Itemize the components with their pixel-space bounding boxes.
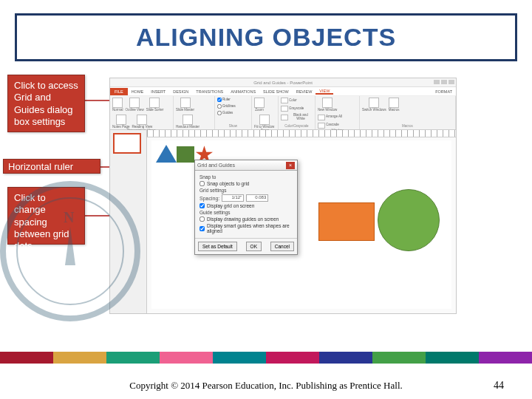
horizontal-ruler — [147, 130, 456, 137]
ribbon-group-show: Ruler Gridlines Guides Show — [215, 96, 252, 129]
btn-reading[interactable]: Reading View — [132, 115, 153, 129]
ribbon-body: Normal Outline View Slide Sorter Notes P… — [110, 96, 456, 130]
tab-format[interactable]: FORMAT — [432, 89, 456, 94]
color-stripe — [0, 352, 532, 364]
btn-sorter[interactable]: Slide Sorter — [146, 98, 164, 112]
app-window-title: Grid and Guides - PowerPoint — [253, 81, 313, 85]
shape-circle[interactable] — [378, 189, 440, 251]
btn-handout-master[interactable]: Handout Master — [176, 115, 200, 129]
footer: Copyright © 2014 Pearson Education, Inc.… — [0, 372, 532, 399]
chk-snap-to-grid[interactable]: Snap objects to grid — [200, 181, 293, 186]
maximize-icon[interactable] — [441, 80, 447, 84]
btn-grayscale[interactable]: Grayscale — [281, 106, 304, 112]
chk-guides[interactable]: Guides — [217, 111, 233, 115]
app-titlebar: Grid and Guides - PowerPoint — [110, 78, 456, 87]
btn-color[interactable]: Color — [281, 98, 297, 103]
ribbon-group-macros: Switch Windows Macros Macros — [360, 96, 456, 129]
compass-n: N — [64, 209, 74, 226]
grid-guides-dialog: Grid and Guides × Snap to Snap objects t… — [194, 160, 298, 255]
btn-slide-master[interactable]: Slide Master — [176, 98, 194, 112]
tab-home[interactable]: HOME — [128, 89, 148, 94]
btn-arrange[interactable]: Arrange All — [318, 115, 342, 120]
btn-new-window[interactable]: New Window — [318, 98, 337, 112]
tab-transitions[interactable]: TRANSITIONS — [192, 89, 227, 94]
powerpoint-window: Grid and Guides - PowerPoint FILE HOME I… — [109, 78, 457, 314]
dialog-body: Snap to Snap objects to grid Grid settin… — [195, 171, 297, 238]
window-buttons — [434, 80, 454, 84]
chk-smart-guides[interactable]: Display smart guides when shapes are ali… — [200, 223, 293, 233]
btn-bw[interactable]: Black and White — [281, 114, 313, 120]
btn-macros[interactable]: Macros — [389, 98, 400, 112]
spacing-label: Spacing: — [200, 196, 219, 201]
page-number: 44 — [494, 380, 504, 392]
dialog-title: Grid and Guides — [197, 163, 235, 168]
tab-design[interactable]: DESIGN — [169, 89, 192, 94]
minimize-icon[interactable] — [434, 80, 440, 84]
slide-thumbnail[interactable] — [113, 133, 141, 154]
slide-area: ★ Grid and Guides × Snap to Snap objects… — [110, 130, 456, 313]
shape-triangle[interactable] — [156, 145, 177, 163]
close-icon[interactable] — [449, 80, 454, 84]
btn-outline[interactable]: Outline View — [126, 98, 144, 112]
callout-horizontal-ruler: Horizontal ruler — [3, 159, 100, 174]
shape-square[interactable] — [177, 146, 194, 163]
btn-switch-windows[interactable]: Switch Windows — [362, 98, 386, 112]
row-spacing: Spacing: 1/12" 0.083 — [200, 194, 293, 202]
dialog-titlebar: Grid and Guides × — [195, 160, 297, 171]
slide-title-box: ALIGNING OBJECTS — [15, 13, 517, 61]
tab-animations[interactable]: ANIMATIONS — [227, 89, 259, 94]
btn-cascade[interactable]: Cascade — [318, 123, 339, 129]
chk-ruler[interactable]: Ruler — [217, 98, 231, 102]
tab-file[interactable]: FILE — [110, 88, 128, 95]
chk-gridlines[interactable]: Gridlines — [217, 104, 236, 109]
slide-title: ALIGNING OBJECTS — [17, 23, 515, 52]
btn-notes-page[interactable]: Notes Page — [112, 115, 130, 129]
ribbon-group-color: Color Grayscale Black and White Color/Gr… — [279, 96, 316, 129]
btn-cancel[interactable]: Cancel — [270, 242, 294, 251]
section-snap: Snap to — [200, 174, 293, 180]
btn-zoom[interactable]: Zoom — [254, 98, 265, 112]
spacing-decimal[interactable]: 0.083 — [246, 194, 268, 202]
ribbon-group-window: New Window Arrange All Cascade Window — [316, 96, 360, 129]
btn-set-default[interactable]: Set as Default — [198, 242, 237, 251]
compass-watermark: N — [0, 181, 140, 321]
ribbon-group-master-views: Slide Master Handout Master Notes Master… — [174, 96, 215, 129]
shape-rectangle[interactable] — [318, 202, 375, 241]
content-area: Click to access Grid and Guides dialog b… — [0, 70, 532, 344]
callout-grid-guides-dialog: Click to access Grid and Guides dialog b… — [7, 75, 85, 132]
tab-review[interactable]: REVIEW — [293, 89, 316, 94]
section-grid: Grid settings — [200, 188, 293, 193]
chk-display-guides[interactable]: Display drawing guides on screen — [200, 216, 293, 222]
dialog-close-icon[interactable]: × — [286, 162, 295, 169]
tab-slideshow[interactable]: SLIDE SHOW — [259, 89, 293, 94]
slide-canvas[interactable]: ★ Grid and Guides × Snap to Snap objects… — [151, 140, 451, 309]
dialog-buttons: Set as Default OK Cancel — [195, 238, 297, 254]
ribbon-tabs: FILE HOME INSERT DESIGN TRANSITIONS ANIM… — [110, 87, 456, 96]
section-guides: Guide settings — [200, 210, 293, 215]
chk-display-grid[interactable]: Display grid on screen — [200, 203, 293, 208]
tab-view[interactable]: VIEW — [316, 89, 333, 95]
copyright-text: Copyright © 2014 Pearson Education, Inc.… — [129, 380, 403, 392]
ribbon-group-presentation-views: Normal Outline View Slide Sorter Notes P… — [110, 96, 174, 129]
spacing-dropdown[interactable]: 1/12" — [222, 194, 244, 202]
ribbon-group-zoom: Zoom Fit to Window Zoom — [252, 96, 279, 129]
tab-insert[interactable]: INSERT — [147, 89, 169, 94]
btn-normal[interactable]: Normal — [112, 98, 123, 112]
btn-fit[interactable]: Fit to Window — [254, 115, 274, 129]
btn-ok[interactable]: OK — [246, 242, 262, 251]
